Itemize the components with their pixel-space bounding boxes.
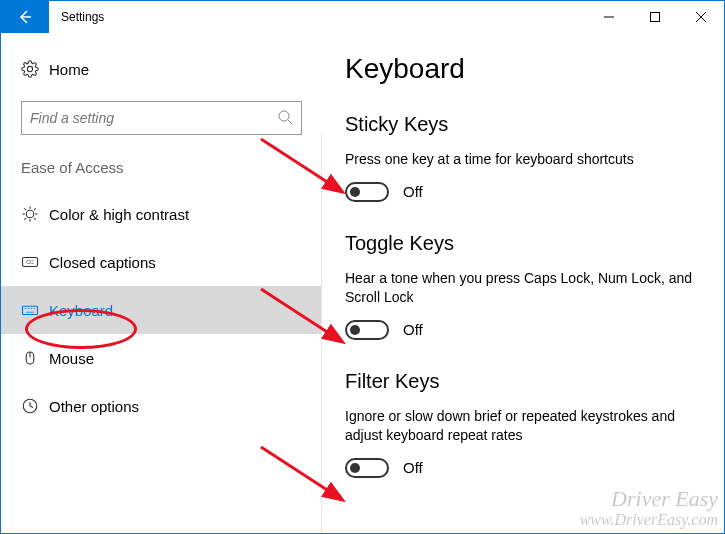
svg-line-12	[24, 208, 26, 210]
home-label: Home	[49, 61, 89, 78]
toggle-keys-toggle[interactable]	[345, 320, 389, 340]
maximize-icon	[650, 12, 660, 22]
close-icon	[696, 12, 706, 22]
cc-icon: CC	[21, 253, 49, 271]
toggle-state-label: Off	[403, 459, 423, 476]
sidebar-item-color-contrast[interactable]: Color & high contrast	[1, 190, 322, 238]
sidebar: Home Find a setting Ease of Access Color…	[1, 33, 323, 533]
search-icon	[277, 109, 293, 128]
section-title: Filter Keys	[345, 370, 702, 393]
sidebar-item-label: Closed captions	[49, 254, 156, 271]
svg-line-6	[288, 120, 292, 124]
search-placeholder: Find a setting	[30, 110, 277, 126]
toggle-row: Off	[345, 458, 702, 478]
sidebar-item-mouse[interactable]: Mouse	[1, 334, 322, 382]
toggle-row: Off	[345, 320, 702, 340]
contrast-icon	[21, 205, 49, 223]
svg-rect-18	[23, 306, 38, 314]
section-desc: Hear a tone when you press Caps Lock, Nu…	[345, 269, 702, 308]
sidebar-item-label: Mouse	[49, 350, 94, 367]
svg-text:CC: CC	[26, 259, 34, 265]
sidebar-item-keyboard[interactable]: Keyboard	[1, 286, 322, 334]
sidebar-item-label: Other options	[49, 398, 139, 415]
page-title: Keyboard	[345, 53, 702, 85]
search-input[interactable]: Find a setting	[21, 101, 302, 135]
back-arrow-icon	[17, 9, 33, 25]
svg-point-5	[279, 111, 289, 121]
toggle-knob	[350, 463, 360, 473]
sidebar-item-label: Keyboard	[49, 302, 113, 319]
gear-icon	[21, 60, 49, 78]
svg-line-28	[30, 406, 33, 408]
toggle-row: Off	[345, 182, 702, 202]
section-filter-keys: Filter Keys Ignore or slow down brief or…	[345, 370, 702, 478]
filter-keys-toggle[interactable]	[345, 458, 389, 478]
svg-line-15	[34, 208, 36, 210]
svg-point-7	[26, 210, 34, 218]
content-pane: Keyboard Sticky Keys Press one key at a …	[323, 33, 724, 533]
sidebar-item-other-options[interactable]: Other options	[1, 382, 322, 430]
toggle-knob	[350, 325, 360, 335]
section-desc: Press one key at a time for keyboard sho…	[345, 150, 702, 170]
keyboard-icon	[21, 301, 49, 319]
toggle-knob	[350, 187, 360, 197]
minimize-icon	[604, 12, 614, 22]
options-icon	[21, 397, 49, 415]
window-controls	[586, 1, 724, 33]
group-title: Ease of Access	[1, 159, 322, 176]
close-button[interactable]	[678, 1, 724, 33]
svg-line-13	[34, 218, 36, 220]
section-desc: Ignore or slow down brief or repeated ke…	[345, 407, 702, 446]
sticky-keys-toggle[interactable]	[345, 182, 389, 202]
toggle-state-label: Off	[403, 183, 423, 200]
window-body: Home Find a setting Ease of Access Color…	[1, 33, 724, 533]
maximize-button[interactable]	[632, 1, 678, 33]
sidebar-item-closed-captions[interactable]: CC Closed captions	[1, 238, 322, 286]
section-title: Toggle Keys	[345, 232, 702, 255]
svg-line-14	[24, 218, 26, 220]
minimize-button[interactable]	[586, 1, 632, 33]
title-bar: Settings	[1, 1, 724, 33]
window-title: Settings	[49, 1, 586, 33]
sidebar-divider	[321, 133, 322, 533]
svg-rect-2	[651, 13, 660, 22]
settings-window: Settings Home Find a setting	[0, 0, 725, 534]
sidebar-item-label: Color & high contrast	[49, 206, 189, 223]
section-toggle-keys: Toggle Keys Hear a tone when you press C…	[345, 232, 702, 340]
home-button[interactable]: Home	[1, 51, 322, 87]
section-sticky-keys: Sticky Keys Press one key at a time for …	[345, 113, 702, 202]
toggle-state-label: Off	[403, 321, 423, 338]
back-button[interactable]	[1, 1, 49, 33]
mouse-icon	[21, 349, 49, 367]
section-title: Sticky Keys	[345, 113, 702, 136]
